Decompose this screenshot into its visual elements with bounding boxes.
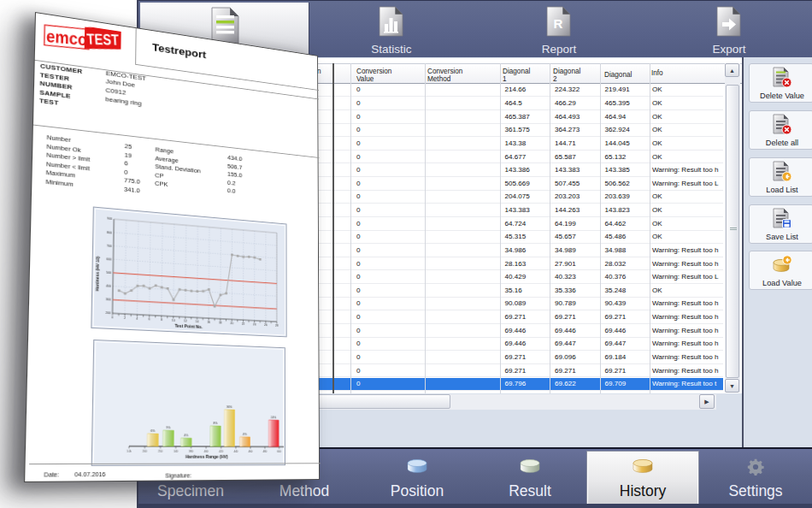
- svg-text:10: 10: [172, 319, 175, 322]
- svg-text:2: 2: [124, 316, 126, 320]
- svg-text:440: 440: [233, 450, 238, 453]
- svg-text:400: 400: [204, 450, 209, 453]
- svg-text:1.0k: 1.0k: [127, 450, 132, 453]
- svg-text:250: 250: [158, 450, 162, 453]
- svg-text:0: 0: [111, 316, 113, 319]
- svg-text:400: 400: [106, 285, 111, 288]
- svg-text:6%: 6%: [150, 429, 155, 433]
- svg-text:600: 600: [107, 257, 112, 261]
- svg-text:200: 200: [106, 312, 111, 316]
- svg-text:4: 4: [136, 317, 138, 321]
- svg-text:Hardness Range (HV): Hardness Range (HV): [185, 454, 228, 459]
- svg-text:700: 700: [107, 245, 112, 248]
- svg-text:20: 20: [230, 322, 233, 325]
- svg-text:36%: 36%: [227, 405, 232, 409]
- svg-text:300: 300: [106, 298, 111, 302]
- svg-text:380: 380: [189, 450, 193, 453]
- svg-text:R: R: [554, 16, 563, 31]
- svg-text:28: 28: [275, 324, 279, 328]
- svg-text:460: 460: [249, 450, 253, 453]
- svg-text:140: 140: [174, 450, 178, 453]
- svg-text:18: 18: [219, 322, 222, 325]
- svg-text:26: 26: [264, 323, 268, 327]
- svg-text:6: 6: [149, 317, 150, 321]
- svg-text:900: 900: [107, 217, 112, 221]
- svg-text:TEST: TEST: [86, 30, 120, 48]
- svg-text:12: 12: [184, 320, 187, 323]
- svg-text:480: 480: [263, 450, 268, 453]
- svg-text:8: 8: [161, 318, 162, 322]
- svg-text:9%: 9%: [166, 426, 170, 429]
- svg-text:16: 16: [207, 321, 210, 324]
- svg-text:4%: 4%: [184, 434, 188, 437]
- svg-text:emco: emco: [46, 27, 87, 50]
- svg-text:200: 200: [143, 450, 147, 453]
- svg-text:8%: 8%: [214, 422, 218, 425]
- svg-text:4%: 4%: [243, 433, 247, 436]
- svg-text:600: 600: [277, 450, 281, 453]
- svg-text:800: 800: [107, 231, 112, 234]
- svg-text:500: 500: [106, 271, 111, 275]
- svg-text:420: 420: [219, 450, 223, 453]
- svg-text:24: 24: [253, 323, 256, 327]
- svg-text:14: 14: [196, 320, 199, 323]
- svg-text:Hardness (HV 10): Hardness (HV 10): [94, 256, 100, 291]
- svg-text:22: 22: [242, 322, 245, 326]
- svg-text:24%: 24%: [271, 416, 276, 419]
